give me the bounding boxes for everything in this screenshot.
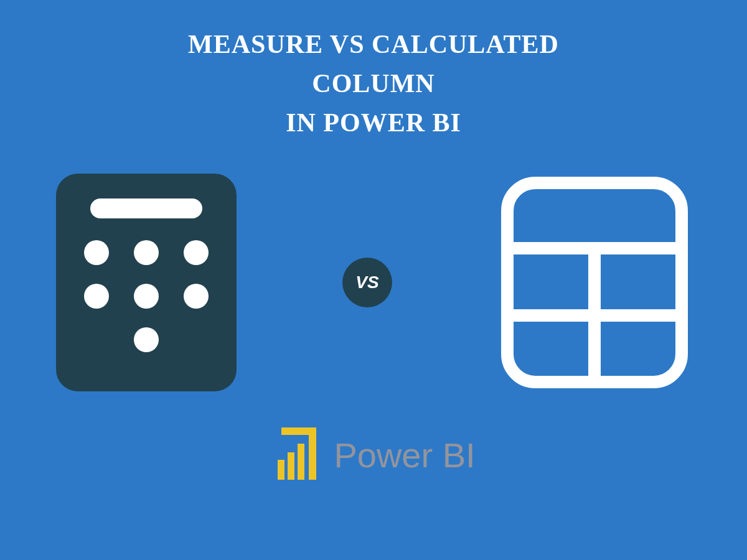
vs-badge: VS	[342, 258, 392, 307]
title-line-2: COLUMN	[0, 64, 747, 103]
calculator-keypad	[84, 240, 209, 352]
powerbi-logo-text: Power BI	[334, 435, 475, 475]
table-icon	[498, 174, 691, 391]
svg-rect-5	[288, 452, 294, 480]
svg-rect-4	[278, 460, 284, 480]
title-line-1: MEASURE VS CALCULATED	[0, 25, 747, 64]
calculator-key	[134, 240, 159, 265]
calculator-key	[184, 240, 209, 265]
page-title: MEASURE VS CALCULATED COLUMN IN POWER BI	[0, 0, 747, 142]
vs-label: VS	[355, 273, 378, 292]
svg-rect-6	[298, 444, 304, 480]
powerbi-logo: Power BI	[0, 422, 747, 487]
calculator-key	[84, 284, 109, 309]
calculator-key	[134, 284, 159, 309]
calculator-key	[184, 284, 209, 309]
calculator-key	[134, 327, 159, 352]
calculator-screen	[90, 198, 202, 218]
title-line-3: IN POWER BI	[0, 103, 747, 142]
calculator-key	[84, 240, 109, 265]
calculator-icon	[56, 174, 237, 391]
comparison-row: VS	[0, 174, 747, 391]
powerbi-logo-icon	[271, 422, 321, 487]
